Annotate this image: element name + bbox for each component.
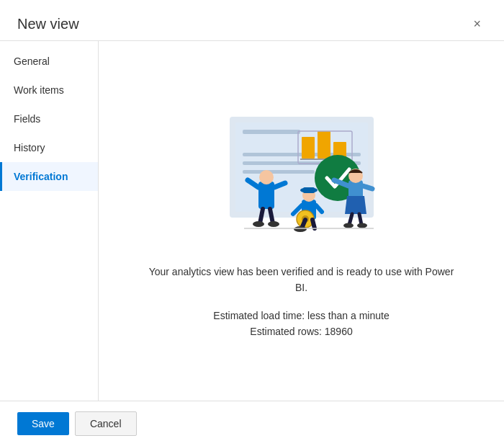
svg-rect-2 [243, 130, 300, 134]
verification-illustration [208, 102, 395, 246]
close-button[interactable]: × [467, 14, 487, 33]
dialog-title: New view [17, 16, 79, 32]
sidebar-item-fields[interactable]: Fields [0, 104, 98, 133]
svg-rect-23 [303, 187, 315, 193]
cancel-button[interactable]: Cancel [75, 411, 137, 436]
sidebar-item-work-items[interactable]: Work items [0, 76, 98, 104]
svg-rect-7 [318, 131, 330, 159]
svg-point-38 [343, 223, 354, 228]
svg-point-18 [253, 221, 264, 227]
svg-point-19 [268, 221, 279, 227]
sidebar: General Work items Fields History Verifi… [0, 41, 99, 401]
svg-marker-32 [345, 196, 366, 214]
verification-message: Your analytics view has been verified an… [143, 264, 460, 296]
main-content: Your analytics view has been verified an… [99, 41, 504, 401]
load-time: Estimated load time: less than a minute … [143, 308, 460, 340]
svg-rect-12 [258, 182, 274, 209]
new-view-dialog: New view × General Work items Fields His… [0, 0, 504, 446]
svg-point-13 [259, 170, 274, 184]
svg-rect-5 [243, 170, 315, 174]
svg-line-35 [363, 186, 372, 189]
verification-text: Your analytics view has been verified an… [143, 264, 460, 340]
sidebar-item-verification[interactable]: Verification [0, 162, 98, 191]
svg-point-39 [357, 223, 367, 228]
sidebar-item-general[interactable]: General [0, 47, 98, 76]
svg-line-16 [260, 209, 263, 223]
svg-rect-6 [302, 137, 315, 159]
dialog-footer: Save Cancel [0, 401, 504, 446]
dialog-body: General Work items Fields History Verifi… [0, 40, 504, 401]
svg-line-17 [270, 209, 273, 223]
dialog-header: New view × [0, 0, 504, 40]
svg-point-29 [294, 226, 307, 232]
sidebar-item-history[interactable]: History [0, 133, 98, 162]
save-button[interactable]: Save [17, 412, 69, 435]
svg-line-30 [312, 220, 315, 228]
